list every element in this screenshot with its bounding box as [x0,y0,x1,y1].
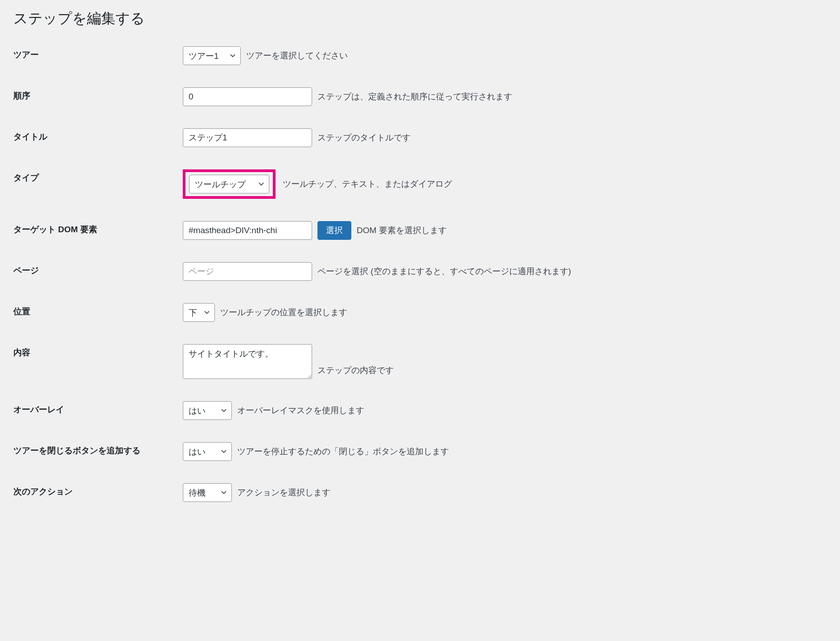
next-action-label: 次のアクション [13,483,183,497]
close-button-select[interactable]: はい [183,442,232,461]
next-action-help: アクションを選択します [237,487,330,498]
type-label: タイプ [13,169,183,184]
field-row-tour: ツアー ツアー1 ツアーを選択してください [13,46,827,65]
field-row-overlay: オーバーレイ はい オーバーレイマスクを使用します [13,401,827,420]
type-help: ツールチップ、テキスト、またはダイアログ [274,178,452,190]
overlay-help: オーバーレイマスクを使用します [237,405,364,416]
content-label: 内容 [13,344,183,358]
page-help: ページを選択 (空のままにすると、すべてのページに適用されます) [317,266,571,277]
order-help: ステップは、定義された順序に従って実行されます [317,91,512,103]
overlay-label: オーバーレイ [13,401,183,415]
tour-help: ツアーを選択してください [246,50,348,62]
tour-select[interactable]: ツアー1 [183,46,241,65]
target-select-button[interactable]: 選択 [317,221,351,240]
title-help: ステップのタイトルです [317,132,411,144]
content-help: ステップの内容です [317,365,394,376]
target-label: ターゲット DOM 要素 [13,221,183,235]
field-row-title: タイトル ステップのタイトルです [13,128,827,147]
order-label: 順序 [13,87,183,102]
type-highlight-box: ツールチップ [183,169,276,199]
field-row-page: ページ ページを選択 (空のままにすると、すべてのページに適用されます) [13,262,827,281]
close-button-label: ツアーを閉じるボタンを追加する [13,442,183,456]
field-row-order: 順序 ステップは、定義された順序に従って実行されます [13,87,827,106]
next-action-select[interactable]: 待機 [183,483,232,502]
position-help: ツールチップの位置を選択します [220,307,347,318]
field-row-close-button: ツアーを閉じるボタンを追加する はい ツアーを停止するための「閉じる」ボタンを追… [13,442,827,461]
position-label: 位置 [13,303,183,317]
content-textarea[interactable]: サイトタイトルです。 [183,344,312,379]
field-row-target: ターゲット DOM 要素 選択 DOM 要素を選択します [13,221,827,240]
order-input[interactable] [183,87,312,106]
title-label: タイトル [13,128,183,143]
close-button-help: ツアーを停止するための「閉じる」ボタンを追加します [237,446,449,457]
field-row-content: 内容 サイトタイトルです。 ステップの内容です [13,344,827,379]
field-row-next-action: 次のアクション 待機 アクションを選択します [13,483,827,502]
target-input[interactable] [183,221,312,240]
page-input[interactable] [183,262,312,281]
tour-label: ツアー [13,46,183,61]
type-select[interactable]: ツールチップ [189,175,269,193]
page-label: ページ [13,262,183,276]
overlay-select[interactable]: はい [183,401,232,420]
page-title: ステップを編集する [13,9,827,29]
target-help: DOM 要素を選択します [357,225,447,236]
field-row-type: タイプ ツールチップ ツールチップ、テキスト、またはダイアログ [13,169,827,199]
title-input[interactable] [183,128,312,147]
field-row-position: 位置 下 ツールチップの位置を選択します [13,303,827,322]
position-select[interactable]: 下 [183,303,215,322]
